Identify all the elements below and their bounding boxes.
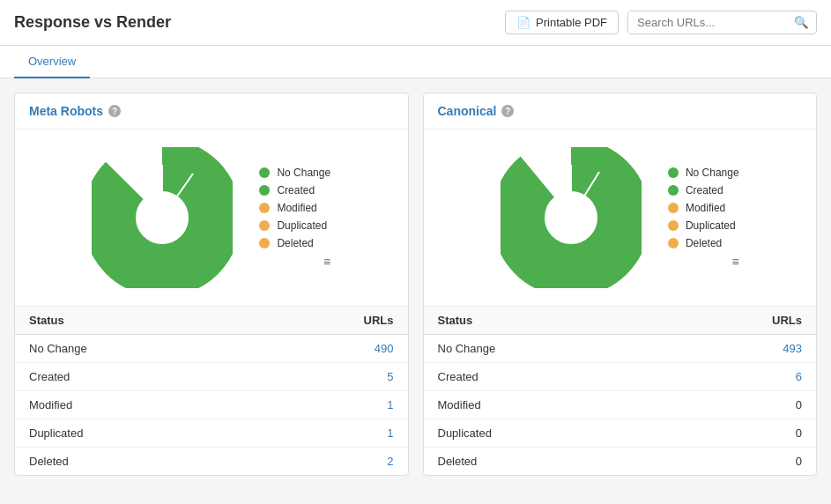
- status-cell: No Change: [424, 335, 658, 363]
- canonical-legend-dot-deleted: [668, 238, 679, 248]
- file-icon: 📄: [516, 16, 531, 29]
- tab-overview[interactable]: Overview: [14, 46, 90, 78]
- canonical-title: Canonical: [438, 104, 497, 118]
- canonical-legend-label-duplicated: Duplicated: [686, 219, 736, 232]
- status-cell: Duplicated: [15, 419, 249, 448]
- urls-cell: 0: [658, 448, 816, 476]
- canonical-chart-section: No Change Created Modified Duplicated De…: [424, 130, 817, 306]
- canonical-legend-item-modified: Modified: [668, 202, 739, 214]
- legend-dot-duplicated: [259, 220, 270, 231]
- status-cell: Deleted: [424, 448, 658, 476]
- table-row: Deleted2: [15, 448, 408, 476]
- urls-cell[interactable]: 1: [249, 391, 407, 419]
- meta-robots-col-urls: URLs: [249, 307, 407, 335]
- meta-robots-legend: No Change Created Modified Duplicated De…: [259, 167, 330, 269]
- legend-label-no-change: No Change: [277, 167, 330, 179]
- canonical-col-urls: URLs: [658, 307, 816, 335]
- table-row: Duplicated1: [15, 419, 408, 448]
- tabs-bar: Overview: [0, 46, 831, 78]
- urls-cell[interactable]: 493: [658, 335, 816, 363]
- legend-item-created: Created: [259, 184, 330, 196]
- legend-label-deleted: Deleted: [277, 237, 313, 249]
- meta-robots-title: Meta Robots: [29, 104, 103, 118]
- legend-label-created: Created: [277, 184, 315, 196]
- canonical-legend-label-modified: Modified: [686, 202, 725, 214]
- canonical-header: Canonical ?: [424, 93, 817, 130]
- status-cell: Modified: [15, 391, 249, 419]
- meta-robots-col-status: Status: [15, 307, 249, 335]
- canonical-legend-item-created: Created: [668, 184, 739, 196]
- meta-robots-table: Status URLs No Change490Created5Modified…: [15, 307, 408, 475]
- urls-cell[interactable]: 490: [249, 335, 407, 363]
- table-row: Modified0: [424, 391, 817, 419]
- search-button[interactable]: 🔍: [787, 11, 816, 33]
- table-row: Modified1: [15, 391, 408, 419]
- status-cell: Deleted: [15, 448, 249, 476]
- legend-dot-no-change: [259, 167, 270, 178]
- canonical-legend-item-no-change: No Change: [668, 167, 739, 179]
- canonical-table: Status URLs No Change493Created6Modified…: [424, 307, 817, 475]
- legend-dot-modified: [259, 203, 270, 213]
- canonical-legend: No Change Created Modified Duplicated De…: [668, 167, 739, 269]
- canonical-help-icon[interactable]: ?: [501, 105, 514, 117]
- status-cell: No Change: [15, 335, 249, 363]
- legend-label-modified: Modified: [277, 202, 316, 214]
- status-cell: Duplicated: [424, 419, 658, 448]
- table-row: Deleted0: [424, 448, 817, 476]
- canonical-legend-item-deleted: Deleted: [668, 237, 739, 249]
- urls-cell[interactable]: 6: [658, 363, 816, 391]
- status-cell: Modified: [424, 391, 658, 419]
- page-title: Response vs Render: [14, 13, 171, 32]
- canonical-menu-icon[interactable]: ≡: [731, 255, 738, 269]
- search-box: 🔍: [627, 11, 817, 34]
- table-row: Duplicated0: [424, 419, 817, 448]
- header: Response vs Render 📄 Printable PDF 🔍: [0, 0, 831, 46]
- canonical-legend-label-deleted: Deleted: [686, 237, 722, 249]
- meta-robots-table-section: Status URLs No Change490Created5Modified…: [15, 306, 408, 475]
- meta-robots-menu-icon[interactable]: ≡: [323, 255, 330, 269]
- table-row: Created6: [424, 363, 817, 391]
- legend-label-duplicated: Duplicated: [277, 219, 327, 232]
- canonical-col-status: Status: [424, 307, 658, 335]
- meta-robots-chart-section: No Change Created Modified Duplicated De…: [15, 130, 408, 306]
- canonical-legend-dot-created: [668, 185, 679, 196]
- urls-cell[interactable]: 2: [249, 448, 407, 476]
- meta-robots-help-icon[interactable]: ?: [108, 105, 121, 117]
- canonical-card: Canonical ? No Change Created: [423, 93, 818, 476]
- urls-cell[interactable]: 5: [249, 363, 407, 391]
- table-row: No Change490: [15, 335, 408, 363]
- table-row: No Change493: [424, 335, 817, 363]
- canonical-legend-dot-no-change: [668, 167, 679, 178]
- canonical-legend-label-no-change: No Change: [686, 167, 739, 179]
- status-cell: Created: [424, 363, 658, 391]
- legend-item-duplicated: Duplicated: [259, 219, 330, 232]
- urls-cell: 0: [658, 391, 816, 419]
- table-row: Created5: [15, 363, 408, 391]
- legend-item-no-change: No Change: [259, 167, 330, 179]
- canonical-legend-item-duplicated: Duplicated: [668, 219, 739, 232]
- main-content: Meta Robots ? No Change: [0, 78, 831, 490]
- legend-dot-deleted: [259, 238, 270, 248]
- status-cell: Created: [15, 363, 249, 391]
- header-controls: 📄 Printable PDF 🔍: [505, 11, 817, 34]
- urls-cell: 0: [658, 419, 816, 448]
- canonical-pie: [501, 147, 642, 288]
- legend-item-modified: Modified: [259, 202, 330, 214]
- canonical-legend-label-created: Created: [686, 184, 723, 196]
- search-input[interactable]: [628, 11, 787, 33]
- meta-robots-header: Meta Robots ?: [15, 93, 408, 130]
- print-pdf-button[interactable]: 📄 Printable PDF: [505, 11, 619, 34]
- meta-robots-pie: [92, 147, 233, 288]
- legend-dot-created: [259, 185, 270, 196]
- canonical-legend-dot-duplicated: [668, 220, 679, 231]
- meta-robots-card: Meta Robots ? No Change: [14, 93, 409, 476]
- legend-item-deleted: Deleted: [259, 237, 330, 249]
- canonical-legend-dot-modified: [668, 203, 679, 213]
- urls-cell[interactable]: 1: [249, 419, 407, 448]
- canonical-table-section: Status URLs No Change493Created6Modified…: [424, 306, 817, 475]
